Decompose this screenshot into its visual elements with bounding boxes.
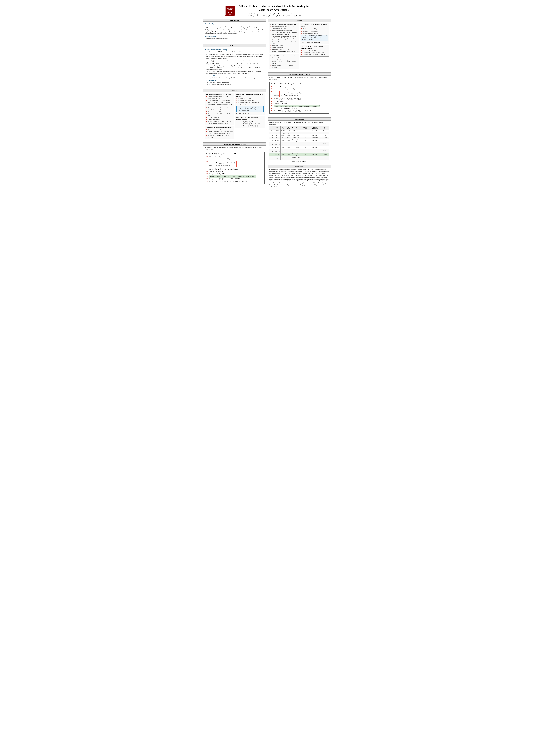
ibtt1-kg-item-0: ❶ Compute t = ℰ_tk(GID||UID). (237, 98, 264, 99)
table-caption: Table 1. COMPARISON (269, 161, 329, 162)
trace2-item-7: ❽ Compute t = ℰ_tk(GID||UID) and k_{UID}… (271, 108, 327, 110)
ibtt1-kg-item-2: ❸ Compute K₁ = H₀(GID)^α · (∏_{i∈str[t]}… (237, 102, 264, 105)
ibtt1-enc-item-2: ❸ Output CT = (C₀, C₁, C₂, {Ê_{i,j}}_{i=… (206, 135, 233, 138)
ibtt2-setup-item-5: ❻ Compute W = g^α(= ĝ). (270, 45, 298, 47)
main-title: ID-Based Traitor Tracing with Relaxed Bl… (237, 5, 309, 12)
trace2-item-3: ❹ Set CT = (C̃₀, C̃₁, C̃₂, {Ê_{i,j}}_{i=… (271, 98, 327, 100)
lookup-ul-title: Lookup-table UL (205, 75, 265, 77)
ibtt-item-0: Setup(1^λ). Taking as inputs the securit… (207, 53, 265, 59)
ibtt1-setup-item-0: ❶ Generate the description (e, 𝔾, 𝔾_T, g… (206, 96, 233, 99)
authors: Yi-Fan Tseng, Raylin Tso, Shi-Sheng Sun,… (237, 13, 309, 14)
ibtt2-setup-item-6: ❼ Prepare a lookup-table UL. (270, 47, 298, 49)
ibtt1-kg-title: KG(msk, GID, UID), the algorithm perform… (237, 94, 264, 97)
ibtt1-dec-item-2: ❸ Compute M = C₀ · e(Ê_{UID}, K₂) / e(C₁… (237, 125, 264, 127)
ibtt1-right: KG(msk, GID, UID), the algorithm perform… (235, 93, 265, 140)
col-ref (269, 126, 274, 130)
col-ct: |CT| (274, 126, 281, 130)
trace1-item-3: ❹ Set CT = (C̃₀, C̃₁, C̃₂, {Ê_{i,j}}_{i=… (207, 168, 263, 170)
contribution-item-2: Support group-based services and applica… (207, 39, 265, 41)
ibtt1-dec-item-1: ❷ Compute Ê_{UID} = ∏_{i=1}^n Ê_{uid,i/j… (237, 123, 264, 125)
trace2-item-1: ❷ Choose a random message M ←ᴿ 𝔾_T. (271, 88, 327, 90)
ibtt2-right: KG(msk, GID, UID), the algorithm perform… (300, 23, 329, 70)
conclusion-body: In summary, this paper has introduced tw… (268, 168, 331, 189)
ibtt1-header: IBTT₁ (203, 89, 266, 92)
ibtt2-setup-item-4: ❺ Randomly choose elements u₀, u₁, h₀, h… (270, 41, 298, 45)
trace1-algo-box: Tr^𝒟(msk, GID), the algorithm performs a… (205, 152, 265, 184)
header: 國立政治大學 NCCU ID-Based Traitor Tracing wit… (203, 5, 331, 17)
preliminaries-body: ID-Based (Relaxed) Traitor Tracing ID-ba… (203, 47, 266, 87)
ibtt1-insert-note: Insert the record (GID, UID, T_{GID,UID}… (237, 106, 264, 112)
ibtt1-enc-box: Enc(GID, M), the algorithm performs as f… (205, 126, 234, 139)
ibtt2-section: IBTT₂ Setup(1^λ), the algorithm performs… (268, 18, 331, 71)
ibtt2-setup-item-0: ❶ Generate the description (e, 𝔾, 𝔾_T, g… (270, 26, 298, 30)
trace1-item-7: ❽ Compute t = ℰ_tk(GID||UID) and k_{UID}… (207, 178, 263, 180)
ibtt2-enc-item-1: ❷ Compute C₀ = W^s · M, C₁ = g^s, C₂ = (… (270, 59, 298, 65)
two-column-layout: Introduction Traitor Tracing Users may a… (203, 18, 331, 191)
ibtt1-section: IBTT₁ Setup(1^λ), the algorithm performs… (203, 89, 266, 141)
ibtt2-setup-item-7: ❽ Output mpk = (e, 𝔾, 𝔾_T, g, ĝ, P, W, t… (270, 49, 298, 52)
trace2-algo-box: Tr^𝒟(msk, GID), the algorithm performs a… (269, 82, 329, 114)
right-column: IBTT₂ Setup(1^λ), the algorithm performs… (268, 18, 331, 191)
ibtt-items: Setup(1^λ). Taking as inputs the securit… (205, 53, 265, 74)
lookup-ul-text: the tracing authority should maintain a … (205, 77, 265, 79)
two-constructions-title: Two Constructions (205, 80, 265, 81)
ibtt1-body: Setup(1^λ), the algorithm performs as fo… (203, 92, 266, 141)
trace1-item-1: ❷ Choose a random message M ←ᴿ 𝔾_T. (207, 158, 263, 160)
ibtt-item-1: Enc(GID, M). Taking as inputs a group id… (207, 59, 265, 63)
our-contribution-title: Our Contribution (205, 36, 265, 37)
ibtt2-dec-title: Dec(CT, SK_{GID,UID}), the algorithm per… (301, 46, 328, 50)
trace1-header: The Trace algorithm of IBTT₁ (203, 143, 266, 146)
table-header-row: |CT| TTr #(User) Traitor Tracing Group-B… (269, 126, 329, 130)
two-constructions-list: IBTT₁ comes from the IBE scheme BF01. IB… (205, 82, 265, 85)
ibtt2-insert-note: Insert the record (GID, UID, T_{GID,UID}… (301, 35, 328, 41)
col-group: Group-Based (301, 126, 309, 130)
traitor-tracing-title: Traitor Tracing (205, 23, 265, 25)
preliminaries-header: Preliminaries (203, 44, 266, 47)
introduction-header: Introduction (203, 19, 266, 22)
ibtt1-setup-item-1: ❷ Choose two cryptographic hash function… (206, 100, 233, 107)
trace2-item-6: ❼ Search UL for the record (GID, UID, T_… (271, 105, 327, 107)
construction-item-1: IBTT₁ comes from the IBE scheme BF01. (207, 82, 265, 84)
comparison-body: Now, our schemes are the only schemes wi… (268, 121, 331, 163)
table-row: [6]𝒪(λ)𝒪(𝓁_λ)poly(λ)Black-BoxNoBoundedPK… (269, 132, 329, 134)
introduction-body: Traitor Tracing Users may attempt to pro… (203, 22, 266, 42)
introduction-section: Introduction Traitor Tracing Users may a… (203, 18, 266, 43)
ibtt2-setup-box: Setup(1^λ), the algorithm performs as fo… (269, 23, 299, 53)
ibtt1-setup-item-2: ❸ Choose a secure symmetric encryption a… (206, 107, 233, 111)
ibtt-item-4: TR^𝒟(msk, GID). Taking as inputs the mas… (207, 70, 265, 74)
table-row: [15]𝒪(𝓁_{attr})𝒪(1)exp(λ)White-BoxNoUnbo… (269, 142, 329, 146)
ibtt2-enc-title: Enc(GID, M), the algorithm performs as f… (270, 55, 298, 57)
ibtt1-kg-box: KG(msk, GID, UID), the algorithm perform… (235, 93, 265, 116)
table-row: [17]𝒪(𝓁_{attr})𝒪(1)exp(λ)White-BoxNoUnbo… (269, 149, 329, 153)
col-user: #(User) (286, 126, 291, 130)
ibtt1-setup-item-7: ❽ Output mpk = (e, 𝔾, 𝔾_T, g, ĝ, P, W, t… (206, 121, 233, 124)
ibtt1-setup-box: Setup(1^λ), the algorithm performs as fo… (205, 93, 234, 125)
ibtt2-body: Setup(1^λ), the algorithm performs as fo… (268, 22, 331, 71)
construction-item-2: IBTT₂ is spired from the IBE scheme BB04… (207, 83, 265, 85)
ibtt-intro: ID-based traitor tracing (IBTT)scheme co… (205, 51, 265, 53)
ibtt2-setup-item-3: ❹ Randomly choose α ←ᴿ ℤ_p. (270, 39, 298, 41)
trace1-item-5: ❻ Compute ℐ = (M'/M)^{1/s̃}. (207, 173, 263, 175)
trace2-algo-title: Tr^𝒟(msk, GID), the algorithm performs a… (271, 83, 327, 85)
svg-text:NCCU: NCCU (229, 14, 231, 15)
ibtt1-setup-item-6: ❼ Prepare a lookup-table UL. (206, 119, 233, 121)
contribution-item-1: Better efficiency in tracing procedures. (207, 37, 265, 39)
ibtt2-setup-item-2: ❸ Choose a secure symmetric encryption a… (270, 35, 298, 39)
ibtt1-output-sk: Output SK_{GID,UID} = (K₁, K₂). (237, 113, 264, 115)
ibtt1-algo-cols: Setup(1^λ), the algorithm performs as fo… (205, 93, 265, 140)
ibtt2-enc-item-0: ❶ Randomly choose s ←ᴿ ℤ_p. (270, 57, 298, 59)
ibtt1-setup-item-3: ❹ Randomly choose α ←ᴿ ℤ_p. (206, 111, 233, 113)
trace2-item-2: ❸ Compute C̃₀ = Ws̃ · M, C̃₁ = gs̃, C̃₂ … (271, 91, 327, 98)
contribution-list: Better efficiency in tracing procedures.… (205, 37, 265, 41)
ibtt1-enc-item-1: ❷ Compute C₀ = e(P_msk, H₀(GID))^s · M, … (206, 131, 233, 135)
trace1-highlight: C̃₀ = e(Pmsk, H₀(GID))s̃ · M, C̃₁ = gs̃;… (215, 161, 237, 168)
trace2-header: The Trace algorithm of IBTT₂ (268, 72, 331, 76)
table-row: IBTT₂𝒪(𝓁_ID)𝒪(1)exp(λ)Relaxed Black-BoxY… (269, 156, 329, 160)
trace1-item-6: ❼ Search UL for the record (GID, UID, T_… (207, 175, 263, 178)
ibtt2-dec-box: Dec(CT, SK_{GID,UID}), the algorithm per… (300, 45, 329, 57)
preliminaries-section: Preliminaries ID-Based (Relaxed) Traitor… (203, 44, 266, 87)
table-row: IBTT₁𝒪(𝓁_ID)𝒪(1)exp(λ)Relaxed Black-BoxY… (269, 153, 329, 156)
ibtt-item-3: Dec(CT, SK_{GID,UID}). Taking as inputs … (207, 67, 265, 70)
table-row: [11]𝒪(𝓁_{attr})𝒪(1)exp(λ)Relaxed Black-B… (269, 139, 329, 142)
ibtt-item-2: KG(msk, GID, UID). Taking as inputs the … (207, 63, 265, 67)
